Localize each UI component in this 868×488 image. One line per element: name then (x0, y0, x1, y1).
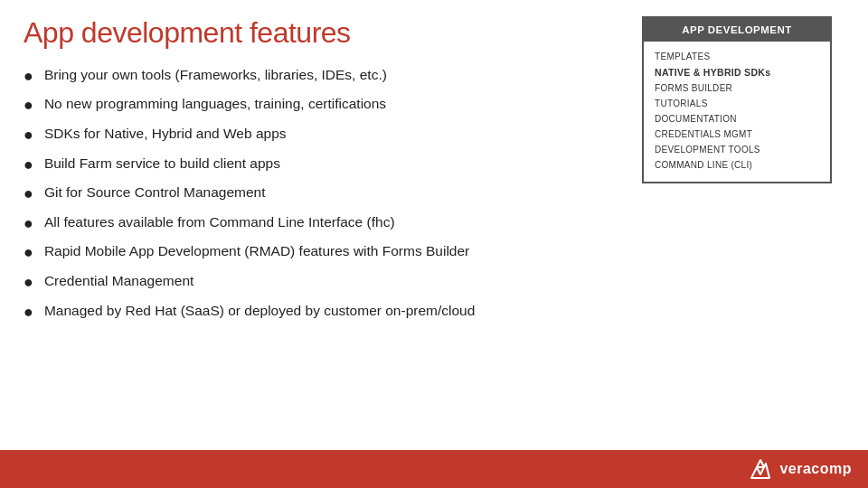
list-item-text: All features available from Command Line… (44, 213, 395, 232)
list-item-text: Credential Management (44, 272, 193, 291)
logo-area: veracomp (748, 456, 852, 482)
list-item-text: Build Farm service to build client apps (44, 155, 280, 174)
left-content: App development features ●Bring your own… (24, 16, 624, 441)
bullet-dot: ● (24, 96, 33, 116)
list-item: ●Build Farm service to build client apps (24, 155, 624, 175)
list-item: ●SDKs for Native, Hybrid and Web apps (24, 125, 624, 145)
footer-bar: veracomp (0, 450, 868, 488)
card-item: NATIVE & HYBRID SDKs (655, 64, 819, 80)
list-item: ●No new programming languages, training,… (24, 95, 624, 116)
bullet-list: ●Bring your own tools (Frameworks, libra… (24, 66, 624, 331)
bullet-dot: ● (24, 184, 33, 204)
card-item: FORMS BUILDER (655, 80, 819, 96)
logo-text: veracomp (779, 461, 852, 477)
bullet-dot: ● (24, 67, 33, 87)
slide: App development features ●Bring your own… (0, 0, 868, 488)
list-item-text: No new programming languages, training, … (44, 95, 386, 114)
list-item: ●Git for Source Control Management (24, 183, 624, 204)
page-title: App development features (24, 16, 624, 50)
list-item: ●Bring your own tools (Frameworks, libra… (24, 66, 624, 87)
card-item: CREDENTIALS MGMT (655, 127, 819, 142)
card-item: DOCUMENTATION (655, 111, 819, 127)
veracomp-logo-icon (748, 456, 773, 482)
bullet-dot: ● (24, 155, 33, 175)
card-item: TEMPLATES (655, 49, 819, 64)
card-header: APP DEVELOPMENT (644, 18, 830, 42)
list-item-text: Managed by Red Hat (SaaS) or deployed by… (44, 302, 475, 321)
list-item: ●Managed by Red Hat (SaaS) or deployed b… (24, 302, 624, 323)
list-item: ●All features available from Command Lin… (24, 213, 624, 234)
bullet-dot: ● (24, 273, 33, 293)
card-item: TUTORIALS (655, 96, 819, 111)
list-item-text: Git for Source Control Management (44, 183, 266, 202)
bullet-dot: ● (24, 214, 33, 234)
bullet-dot: ● (24, 126, 33, 145)
right-panel: APP DEVELOPMENT TEMPLATESNATIVE & HYBRID… (642, 16, 841, 441)
list-item-text: Bring your own tools (Frameworks, librar… (44, 66, 387, 85)
bullet-dot: ● (24, 243, 33, 263)
bullet-dot: ● (24, 303, 33, 323)
list-item: ●Credential Management (24, 272, 624, 293)
app-dev-card: APP DEVELOPMENT TEMPLATESNATIVE & HYBRID… (642, 16, 832, 183)
list-item-text: Rapid Mobile App Development (RMAD) feat… (44, 242, 469, 261)
svg-marker-0 (751, 460, 769, 478)
list-item: ●Rapid Mobile App Development (RMAD) fea… (24, 242, 624, 263)
card-item: DEVELOPMENT TOOLS (655, 142, 819, 157)
list-item-text: SDKs for Native, Hybrid and Web apps (44, 125, 287, 144)
main-content: App development features ●Bring your own… (0, 0, 868, 450)
card-item: COMMAND LINE (CLI) (655, 157, 819, 173)
card-body: TEMPLATESNATIVE & HYBRID SDKsFORMS BUILD… (644, 42, 830, 182)
